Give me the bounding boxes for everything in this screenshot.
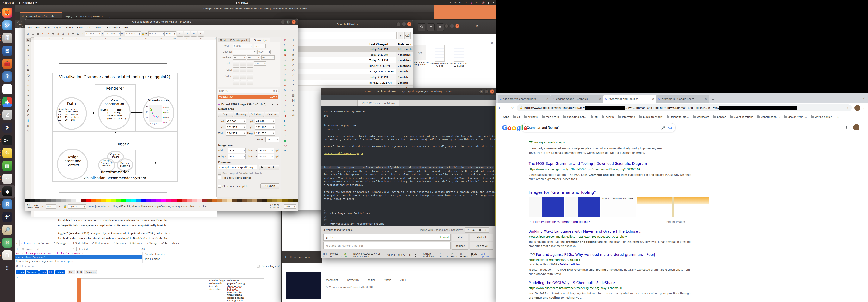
- snap-toggle-1[interactable]: ⇱: [177, 31, 183, 37]
- html-node[interactable]: <main class="page-content" aria-label="C…: [14, 252, 143, 255]
- palette-color[interactable]: [282, 199, 287, 202]
- image-result[interactable]: [565, 197, 600, 217]
- notes-maximize-button[interactable]: □: [402, 22, 406, 26]
- breadcrumb-item[interactable]: body: [25, 260, 31, 263]
- flip-h-icon[interactable]: ⇋: [51, 31, 55, 36]
- files-maximize-button[interactable]: □: [450, 24, 454, 28]
- status-item[interactable]: ⬡ 4 updates: [481, 253, 491, 258]
- filter-warnings[interactable]: Warnings: [26, 270, 38, 274]
- breadcrumb[interactable]: html>body>main.page-content>div.wrapper: [14, 259, 143, 263]
- dock-item-notes[interactable]: ✎: [0, 147, 14, 160]
- command-2[interactable]: ⬓: [283, 47, 287, 53]
- dock-item-file-manager[interactable]: 🗄: [0, 32, 14, 44]
- bookmark-item[interactable]: skillsets: [524, 115, 538, 118]
- order-4[interactable]: [233, 80, 239, 85]
- palette-color[interactable]: [237, 199, 242, 202]
- bookmark-item[interactable]: writing advice: [811, 115, 832, 118]
- palette-color[interactable]: [222, 199, 227, 202]
- data-label[interactable]: Data: [56, 101, 87, 106]
- volume-muted-icon[interactable]: 🔇: [482, 1, 485, 4]
- file-name[interactable]: thesis: [384, 278, 391, 281]
- tab-stroke-style[interactable]: ≡ Stroke style: [249, 38, 270, 42]
- dropbox-icon[interactable]: ⧨: [459, 1, 461, 4]
- dock-item-zotero[interactable]: Z: [0, 108, 14, 121]
- dock-item-toolbox[interactable]: 🧰: [0, 57, 14, 70]
- eyedropper-icon[interactable]: ✑: [73, 247, 75, 250]
- replace-input[interactable]: Replace in current buffer: [323, 242, 451, 249]
- menu-path[interactable]: Path: [75, 26, 85, 29]
- file-name[interactable]: an tim-: [368, 278, 376, 281]
- status-item[interactable]: ± Git (2): [471, 253, 478, 258]
- devtools-tab-performance[interactable]: ◴Performance: [91, 240, 112, 246]
- tab-close-icon[interactable]: ✕: [599, 97, 601, 100]
- command-14[interactable]: ▢: [283, 108, 287, 113]
- tool-12[interactable]: 🖌: [26, 98, 31, 103]
- notes-col-changed[interactable]: Last Changed: [368, 42, 396, 46]
- dock-item-image-viewer[interactable]: 🔎: [0, 224, 14, 236]
- notes-row[interactable]: Today, 5:43 PMTitle match: [282, 46, 413, 52]
- whole-word-toggle[interactable]: ⊔: [483, 228, 489, 233]
- palette-color[interactable]: [136, 199, 141, 202]
- diagram-bottom-title[interactable]: Visualisation Recommender System: [52, 176, 177, 180]
- palette-color[interactable]: [161, 199, 166, 202]
- apps-grid-icon[interactable]: [846, 126, 849, 129]
- snap-toggle-2[interactable]: ⇲: [184, 31, 190, 37]
- tool-1[interactable]: ◮: [26, 42, 31, 47]
- command-10[interactable]: 🗐: [283, 88, 287, 93]
- menu-extensions[interactable]: Extensions: [105, 26, 122, 29]
- palette-color[interactable]: [156, 199, 161, 202]
- palette-color[interactable]: [81, 199, 86, 202]
- command-6[interactable]: ↶: [283, 68, 287, 73]
- export-area-page[interactable]: Page: [218, 111, 233, 117]
- snap-5[interactable]: ◇: [291, 63, 296, 68]
- palette-color[interactable]: [242, 199, 247, 202]
- command-16[interactable]: ◧: [283, 118, 287, 123]
- export-button[interactable]: ✔ Export: [260, 183, 279, 189]
- command-20[interactable]: ≣: [283, 138, 287, 143]
- opacity-slider[interactable]: Opacity (%)100.0: [218, 95, 278, 99]
- visualisation-label[interactable]: Visualisation: [143, 98, 175, 102]
- bookmark-item[interactable]: workflows: [693, 115, 709, 118]
- snap-1[interactable]: ∿: [291, 42, 296, 47]
- close-find-icon[interactable]: ✕: [491, 229, 493, 231]
- reload-icon[interactable]: ↻: [511, 106, 514, 110]
- status-item[interactable]: UTF-8: [415, 253, 420, 258]
- persist-logs-checkbox[interactable]: [257, 265, 259, 268]
- tab-close-icon[interactable]: ✕: [546, 97, 548, 100]
- ml-label[interactable]: Machine Learning: [117, 162, 133, 167]
- dock-item-document-viewer[interactable]: 🖺: [0, 44, 14, 57]
- command-18[interactable]: ✎: [283, 128, 287, 133]
- order-2[interactable]: [240, 74, 246, 79]
- bookmark-item[interactable]: deakin_train_...: [784, 115, 807, 118]
- chrome-tab[interactable]: G"Grammar and Tooling" -✕: [603, 95, 656, 103]
- image-height-field[interactable]: 457▲▼: [228, 154, 246, 159]
- tab-close-icon[interactable]: ✕: [101, 15, 103, 18]
- bookmark-item[interactable]: public transport: [639, 115, 662, 118]
- dock-item-slack[interactable]: ꩜: [0, 83, 14, 96]
- dash-offset[interactable]: 0.00▲▼: [257, 50, 271, 54]
- image-result[interactable]: [637, 197, 673, 217]
- command-19[interactable]: T: [283, 133, 287, 138]
- palette-color[interactable]: [91, 199, 96, 202]
- marker-start[interactable]: —▾: [233, 55, 246, 60]
- dock-item-help[interactable]: ?: [0, 70, 14, 83]
- h-field[interactable]: 6.828▲▼: [148, 31, 165, 36]
- stroke-width-field[interactable]: 0.000▲▼: [233, 44, 252, 48]
- clear-console-icon[interactable]: 🗑: [16, 265, 19, 268]
- devtools-tab-memory[interactable]: ⬡Memory: [112, 240, 128, 246]
- design-intent-label[interactable]: Design Intent and Context: [57, 155, 88, 167]
- dock-item-inkscape[interactable]: ◆: [0, 185, 14, 198]
- regex-toggle[interactable]: .*: [465, 228, 471, 233]
- atom-maximize-button[interactable]: □: [485, 90, 489, 94]
- stroke-unit[interactable]: mm▾: [254, 44, 266, 48]
- palette-color[interactable]: [166, 199, 172, 202]
- dropdown-icon[interactable]: ▾: [398, 32, 403, 39]
- zoom-field[interactable]: 70%▲▼: [284, 204, 296, 209]
- palette-color[interactable]: [257, 199, 262, 202]
- inkscape-maximize-button[interactable]: □: [286, 20, 290, 24]
- command-15[interactable]: ◨: [283, 113, 287, 118]
- menu-text[interactable]: Text: [85, 26, 93, 29]
- filter-errors[interactable]: Errors: [16, 270, 25, 274]
- tab-close-icon[interactable]: ✕: [705, 97, 707, 100]
- result-title[interactable]: Modeling the OSGi Way - S Chemouil - Sli…: [529, 281, 615, 285]
